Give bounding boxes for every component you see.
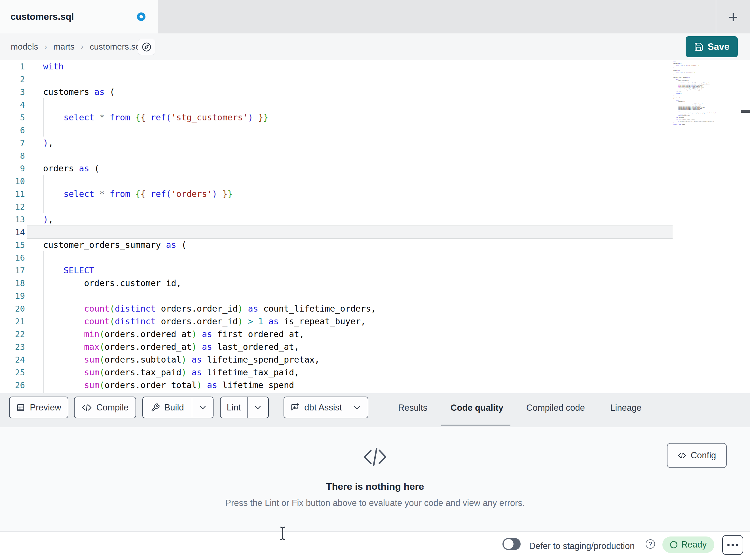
build-button[interactable]: Build <box>143 397 192 418</box>
status-bar: Defer to staging/production ? Ready <box>0 532 750 560</box>
scrollbar-thumb[interactable] <box>741 110 750 113</box>
build-dropdown-button[interactable] <box>192 397 213 418</box>
breadcrumb-models[interactable]: models <box>11 42 38 51</box>
code-line[interactable]: 8 <box>0 149 750 162</box>
tab-lineage[interactable]: Lineage <box>610 400 642 416</box>
code-line[interactable]: 4 <box>0 98 750 111</box>
defer-toggle[interactable] <box>502 538 520 550</box>
code-line[interactable]: 18 orders.customer_id, <box>0 277 750 290</box>
lint-button-label: Lint <box>226 402 241 413</box>
code-line[interactable]: 12 <box>0 200 750 213</box>
code-text: SELECT <box>25 265 94 275</box>
dbt-assist-dropdown-button[interactable] <box>348 397 366 418</box>
dbt-assist-button[interactable]: dbt Assist <box>284 397 348 418</box>
line-number: 20 <box>0 304 25 314</box>
line-number: 8 <box>0 151 25 161</box>
more-options-button[interactable] <box>722 535 743 555</box>
code-line[interactable]: 7), <box>0 137 750 149</box>
tab-compiled-code[interactable]: Compiled code <box>526 400 585 416</box>
breadcrumb-marts[interactable]: marts <box>53 42 75 51</box>
code-line[interactable]: 17 SELECT <box>0 264 750 277</box>
code-text: count(distinct orders.order_id) > 1 as i… <box>25 316 366 326</box>
line-number: 9 <box>0 164 25 173</box>
code-line[interactable]: 21 count(distinct orders.order_id) > 1 a… <box>0 315 750 328</box>
unsaved-changes-dot-icon <box>137 13 145 21</box>
code-text: max(orders.ordered_at) as last_ordered_a… <box>25 342 299 352</box>
breadcrumb-separator: › <box>81 42 83 51</box>
line-number: 1 <box>0 62 25 71</box>
code-text: orders.customer_id, <box>25 278 181 288</box>
breadcrumb-file[interactable]: customers.sql <box>90 42 142 51</box>
code-line[interactable]: 22 min(orders.ordered_at) as first_order… <box>0 328 750 340</box>
code-line[interactable]: 26 sum(orders.order_total) as lifetime_s… <box>0 379 750 392</box>
tab-bar: customers.sql + <box>0 0 750 34</box>
line-number: 23 <box>0 342 25 352</box>
line-number: 11 <box>0 189 25 199</box>
code-line[interactable]: 24 sum(orders.subtotal) as lifetime_spen… <box>0 353 750 366</box>
line-number: 22 <box>0 329 25 339</box>
code-line[interactable]: 6 <box>0 124 750 137</box>
code-line[interactable]: 10 <box>0 175 750 188</box>
help-icon[interactable]: ? <box>646 539 655 549</box>
code-line[interactable]: 19 <box>0 290 750 302</box>
tab-code-quality[interactable]: Code quality <box>451 400 503 416</box>
code-line[interactable]: 2 <box>0 73 750 86</box>
line-number: 4 <box>0 100 25 110</box>
tabbar-divider <box>716 0 716 34</box>
code-text: orders as ( <box>25 163 100 173</box>
code-text: customer_orders_summary as ( <box>25 240 186 250</box>
tab-customers-sql[interactable]: customers.sql <box>0 0 158 34</box>
line-number: 26 <box>0 380 25 390</box>
floppy-disk-icon <box>694 42 704 51</box>
code-line[interactable]: 23 max(orders.ordered_at) as last_ordere… <box>0 340 750 353</box>
code-line[interactable]: 25 sum(orders.tax_paid) as lifetime_tax_… <box>0 366 750 379</box>
code-editor[interactable]: 1with23customers as (45 select * from {{… <box>0 60 750 393</box>
code-line[interactable]: 20 count(distinct orders.order_id) as co… <box>0 302 750 315</box>
code-line[interactable]: 16 <box>0 251 750 264</box>
config-button[interactable]: Config <box>667 443 727 468</box>
line-number: 18 <box>0 278 25 288</box>
line-number: 16 <box>0 253 25 263</box>
lint-split-button: Lint <box>220 397 269 418</box>
navigate-button[interactable] <box>138 39 155 55</box>
preview-button-label: Preview <box>30 402 61 413</box>
minimap[interactable]: with customers as ( select * from {{ ref… <box>673 61 716 127</box>
code-text: min(orders.ordered_at) as first_ordered_… <box>25 329 304 339</box>
code-line[interactable]: 3customers as ( <box>0 86 750 98</box>
line-number: 21 <box>0 317 25 326</box>
code-line[interactable]: 13), <box>0 213 750 226</box>
code-line[interactable]: 14 <box>0 226 750 238</box>
lint-dropdown-button[interactable] <box>247 397 268 418</box>
code-text: with <box>25 61 63 71</box>
line-number: 15 <box>0 240 25 250</box>
editor-toolbar: Preview Compile Build Lint <box>0 393 750 427</box>
code-icon-large <box>363 448 387 466</box>
compile-button[interactable]: Compile <box>74 397 136 418</box>
code-icon <box>82 403 92 412</box>
dbt-assist-split-button: dbt Assist <box>283 397 368 418</box>
toggle-knob <box>504 539 514 549</box>
tab-results[interactable]: Results <box>398 400 427 416</box>
code-text: sum(orders.order_total) as lifetime_spen… <box>25 380 294 390</box>
preview-button[interactable]: Preview <box>9 397 68 418</box>
new-tab-button[interactable]: + <box>722 4 745 29</box>
active-line-highlight <box>27 226 673 239</box>
status-badge: Ready <box>663 537 714 553</box>
line-number: 7 <box>0 138 25 148</box>
code-line[interactable]: 9orders as ( <box>0 162 750 175</box>
config-button-label: Config <box>691 450 716 461</box>
code-line[interactable]: 5 select * from {{ ref('stg_customers') … <box>0 111 750 124</box>
save-button[interactable]: Save <box>686 36 738 57</box>
compass-icon <box>142 42 152 52</box>
build-split-button: Build <box>142 397 214 418</box>
line-number: 3 <box>0 87 25 97</box>
table-icon <box>16 403 25 412</box>
save-button-label: Save <box>708 41 729 52</box>
lint-button[interactable]: Lint <box>221 397 247 418</box>
code-line[interactable]: 11 select * from {{ ref('orders') }} <box>0 188 750 200</box>
status-badge-label: Ready <box>682 540 707 550</box>
code-line[interactable]: 1with <box>0 60 750 73</box>
code-text: sum(orders.subtotal) as lifetime_spend_p… <box>25 355 320 365</box>
code-line[interactable]: 15customer_orders_summary as ( <box>0 238 750 251</box>
code-text: select * from {{ ref('orders') }} <box>25 189 233 199</box>
